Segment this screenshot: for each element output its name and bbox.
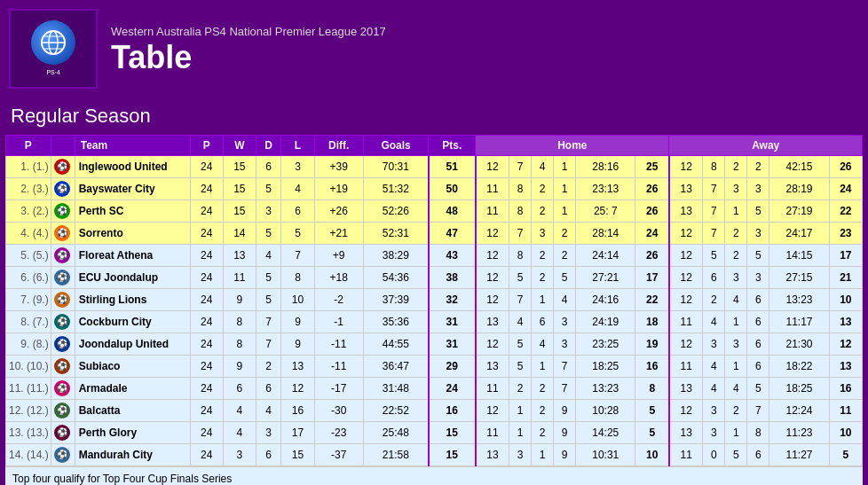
table-row: 13. (13.) ⚽ Perth Glory 24 4 3 17 -23 25…: [6, 422, 863, 444]
cell-apts: 11: [829, 400, 862, 422]
cell-hw: 5: [509, 356, 532, 378]
logo-text: PS·4: [46, 68, 59, 76]
cell-team: ECU Joondalup: [75, 267, 190, 289]
cell-hd: 2: [532, 400, 554, 422]
cell-al: 7: [747, 400, 769, 422]
cell-icon: ⚽: [51, 378, 75, 400]
cell-hpts: 24: [635, 223, 669, 245]
cell-hl: 7: [554, 378, 576, 400]
cell-w: 6: [223, 378, 256, 400]
cell-hpts: 19: [635, 333, 669, 356]
cell-w: 14: [223, 223, 256, 245]
cell-ap: 13: [669, 378, 703, 400]
cell-ad: 3: [725, 178, 747, 200]
cell-hd: 4: [532, 333, 554, 356]
cell-goals: 52:26: [363, 200, 429, 223]
cell-ad: 4: [725, 378, 747, 400]
cell-team: Sorrento: [75, 223, 190, 245]
cell-team: Perth SC: [75, 200, 190, 223]
cell-agoals: 11:27: [769, 444, 829, 466]
cell-hl: 9: [554, 422, 576, 444]
cell-agoals: 18:22: [769, 356, 829, 378]
cell-rank: 6. (6.): [6, 267, 51, 289]
cell-hp: 13: [476, 444, 509, 466]
cell-agoals: 24:17: [769, 223, 829, 245]
cell-agoals: 28:19: [769, 178, 829, 200]
cell-d: 5: [256, 289, 281, 311]
cell-team: Cockburn City: [75, 311, 190, 333]
cell-ap: 13: [669, 422, 703, 444]
cell-w: 3: [223, 444, 256, 466]
cell-hpts: 5: [635, 400, 669, 422]
cell-diff: -1: [314, 311, 363, 333]
cell-rank: 8. (7.): [6, 311, 51, 333]
cell-aw: 7: [703, 223, 725, 245]
cell-goals: 21:58: [363, 444, 429, 466]
logo-box: PS·4: [9, 9, 98, 89]
cell-hl: 3: [554, 311, 576, 333]
cell-al: 3: [747, 223, 769, 245]
col-pts: Pts.: [429, 136, 476, 156]
table-row: 2. (3.) ⚽ Bayswater City 24 15 5 4 +19 5…: [6, 178, 863, 200]
cell-al: 8: [747, 422, 769, 444]
table-row: 6. (6.) ⚽ ECU Joondalup 24 11 5 8 +18 54…: [6, 267, 863, 289]
cell-rank: 12. (12.): [6, 400, 51, 422]
cell-pts: 31: [429, 333, 476, 356]
cell-p: 24: [190, 311, 223, 333]
cell-d: 7: [256, 311, 281, 333]
cell-ad: 1: [725, 311, 747, 333]
cell-team: Mandurah City: [75, 444, 190, 466]
cell-aw: 3: [703, 422, 725, 444]
cell-w: 9: [223, 356, 256, 378]
cell-w: 4: [223, 400, 256, 422]
cell-al: 5: [747, 200, 769, 223]
cell-hp: 11: [476, 200, 509, 223]
cell-d: 6: [256, 444, 281, 466]
cell-rank: 4. (4.): [6, 223, 51, 245]
cell-goals: 22:52: [363, 400, 429, 422]
cell-goals: 37:39: [363, 289, 429, 311]
cell-hd: 1: [532, 356, 554, 378]
cell-aw: 7: [703, 178, 725, 200]
cell-apts: 23: [829, 223, 862, 245]
cell-diff: -30: [314, 400, 363, 422]
cell-hw: 4: [509, 311, 532, 333]
cell-pts: 50: [429, 178, 476, 200]
cell-diff: -11: [314, 356, 363, 378]
table-row: 14. (14.) ⚽ Mandurah City 24 3 6 15 -37 …: [6, 444, 863, 466]
cell-icon: ⚽: [51, 444, 75, 466]
cell-hgoals: 24:16: [576, 289, 635, 311]
cell-ad: 4: [725, 289, 747, 311]
cell-rank: 14. (14.): [6, 444, 51, 466]
cell-hpts: 5: [635, 422, 669, 444]
cell-hw: 1: [509, 400, 532, 422]
cell-icon: ⚽: [51, 333, 75, 356]
cell-hw: 5: [509, 267, 532, 289]
cell-team: Stirling Lions: [75, 289, 190, 311]
cell-icon: ⚽: [51, 267, 75, 289]
logo-circle: [31, 20, 75, 65]
cell-hp: 12: [476, 333, 509, 356]
cell-hd: 2: [532, 422, 554, 444]
cell-apts: 21: [829, 267, 862, 289]
cell-hpts: 26: [635, 178, 669, 200]
cell-hgoals: 23:13: [576, 178, 635, 200]
cell-d: 2: [256, 356, 281, 378]
cell-team: Subiaco: [75, 356, 190, 378]
cell-d: 6: [256, 156, 281, 178]
cell-p: 24: [190, 378, 223, 400]
cell-p: 24: [190, 422, 223, 444]
cell-hpts: 16: [635, 356, 669, 378]
cell-icon: ⚽: [51, 311, 75, 333]
cell-apts: 16: [829, 378, 862, 400]
cell-p: 24: [190, 356, 223, 378]
cell-w: 15: [223, 178, 256, 200]
cell-aw: 4: [703, 356, 725, 378]
cell-aw: 4: [703, 311, 725, 333]
cell-l: 5: [281, 223, 314, 245]
cell-goals: 70:31: [363, 156, 429, 178]
cell-hw: 8: [509, 178, 532, 200]
cell-ad: 1: [725, 422, 747, 444]
cell-pts: 38: [429, 267, 476, 289]
cell-goals: 38:29: [363, 245, 429, 267]
